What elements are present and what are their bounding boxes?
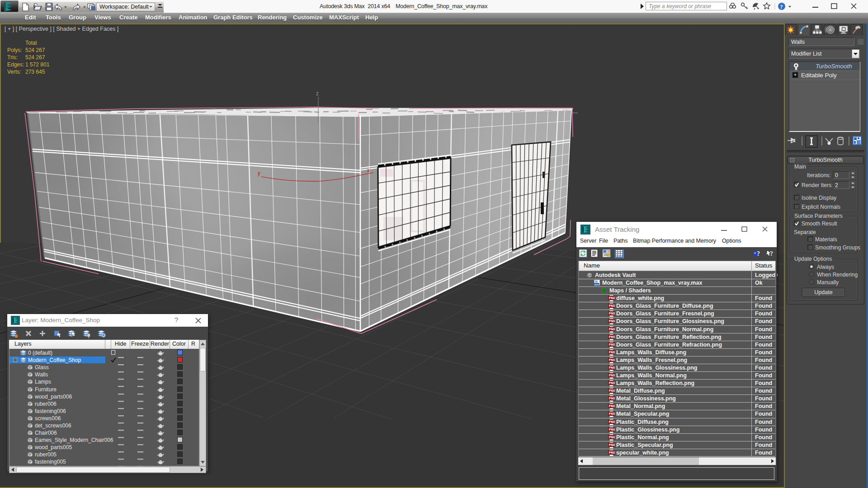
svg-text:y: y	[258, 170, 260, 176]
svg-text:PNG: PNG	[609, 296, 615, 300]
svg-text:x: x	[367, 167, 370, 174]
svg-text:PNG: PNG	[609, 335, 615, 338]
svg-text:PNG: PNG	[609, 366, 615, 369]
svg-text:?: ?	[770, 250, 773, 257]
svg-text:PNG: PNG	[609, 343, 615, 346]
svg-text:PNG: PNG	[609, 381, 615, 385]
svg-text:PNG: PNG	[609, 328, 615, 331]
svg-text:PNG: PNG	[609, 319, 615, 323]
svg-text:?: ?	[757, 250, 760, 257]
svg-text:PNG: PNG	[609, 304, 615, 307]
svg-text:PNG: PNG	[609, 436, 615, 439]
svg-text:MAX: MAX	[594, 283, 600, 286]
svg-text:PNG: PNG	[609, 397, 615, 400]
svg-text:PNG: PNG	[609, 374, 615, 377]
svg-text:z: z	[316, 90, 319, 97]
svg-text:?: ?	[780, 4, 783, 10]
svg-text:PNG: PNG	[609, 412, 615, 415]
svg-text:PNG: PNG	[609, 428, 615, 431]
svg-text:PNG: PNG	[609, 443, 615, 446]
svg-text:PNG: PNG	[609, 420, 615, 423]
svg-text:PNG: PNG	[609, 389, 615, 392]
svg-text:PNG: PNG	[609, 358, 615, 361]
svg-text:PNG: PNG	[609, 404, 615, 408]
svg-text:PNG: PNG	[609, 451, 615, 454]
svg-text:PNG: PNG	[609, 312, 615, 315]
svg-text:PNG: PNG	[609, 351, 615, 354]
